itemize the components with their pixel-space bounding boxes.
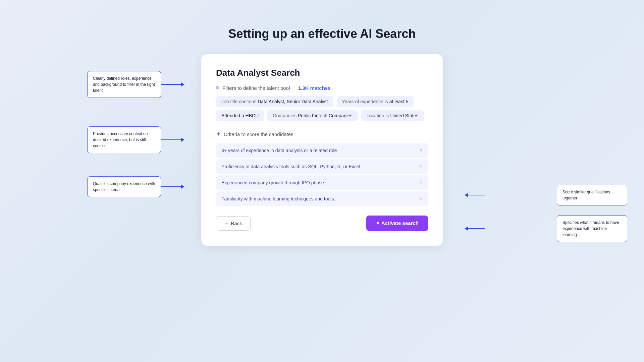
card-footer: ← Back ✦ Activate search	[216, 216, 428, 231]
criteria-close-1[interactable]: ×	[420, 148, 423, 153]
criteria-item-2: Proficiency in data analysis tools such …	[216, 159, 428, 174]
filter-icon: ≡	[216, 85, 219, 91]
criteria-item-4: Familiarity with machine learning techni…	[216, 191, 428, 206]
back-button[interactable]: ← Back	[216, 216, 251, 231]
outer-wrapper: Clearly defined roles, experience, and b…	[87, 54, 557, 246]
criteria-text-4: Familiarity with machine learning techni…	[221, 196, 416, 201]
matches-badge: 1.3K matches	[298, 85, 331, 91]
criteria-close-2[interactable]: ×	[420, 164, 423, 169]
criteria-item-1: 3+ years of experience in data analysis …	[216, 143, 428, 158]
criteria-close-4[interactable]: ×	[420, 196, 423, 201]
filter-tag-companies: Companies Public Fintech Companies	[267, 110, 358, 121]
filter-tag-experience: Years of experience is at least 5	[337, 96, 414, 107]
right-annotation-2: Specifies what it means to have experien…	[557, 215, 627, 242]
criteria-star-icon: ✦	[216, 130, 221, 138]
page-title: Setting up an effective AI Search	[228, 27, 416, 41]
card-title: Data Analyst Search	[216, 68, 428, 78]
filters-label: Filters to define the talent pool	[222, 85, 290, 91]
criteria-header: ✦ Criteria to score the candidates	[216, 130, 428, 138]
left-annotation-3: Qualifies company experience with specif…	[87, 176, 161, 197]
criteria-text-1: 3+ years of experience in data analysis …	[221, 148, 416, 153]
criteria-text-3: Experienced company growth through IPO p…	[221, 180, 416, 185]
criteria-item-3: Experienced company growth through IPO p…	[216, 175, 428, 190]
filters-header: ≡ Filters to define the talent pool · 1.…	[216, 85, 428, 91]
filter-tag-location: Location is United States	[361, 110, 424, 121]
activate-search-button[interactable]: ✦ Activate search	[366, 216, 428, 231]
left-annotation-1: Clearly defined roles, experience, and b…	[87, 71, 161, 98]
left-annotation-2: Provides necessary context on desired ex…	[87, 126, 161, 153]
criteria-label: Criteria to score the candidates	[224, 131, 293, 137]
dot-separator: ·	[293, 85, 294, 91]
filter-tag-hbcu: Attended a HBCU	[216, 110, 264, 121]
right-annotation-1: Score similar qualifications together	[557, 185, 627, 205]
main-card: Data Analyst Search ≡ Filters to define …	[201, 54, 443, 246]
filter-tag-jobtitle: Job title contains Data Analyst, Senior …	[216, 96, 333, 107]
criteria-close-3[interactable]: ×	[420, 180, 423, 185]
criteria-text-2: Proficiency in data analysis tools such …	[221, 164, 416, 169]
criteria-list: 3+ years of experience in data analysis …	[216, 143, 428, 206]
filter-tags: Job title contains Data Analyst, Senior …	[216, 96, 428, 121]
